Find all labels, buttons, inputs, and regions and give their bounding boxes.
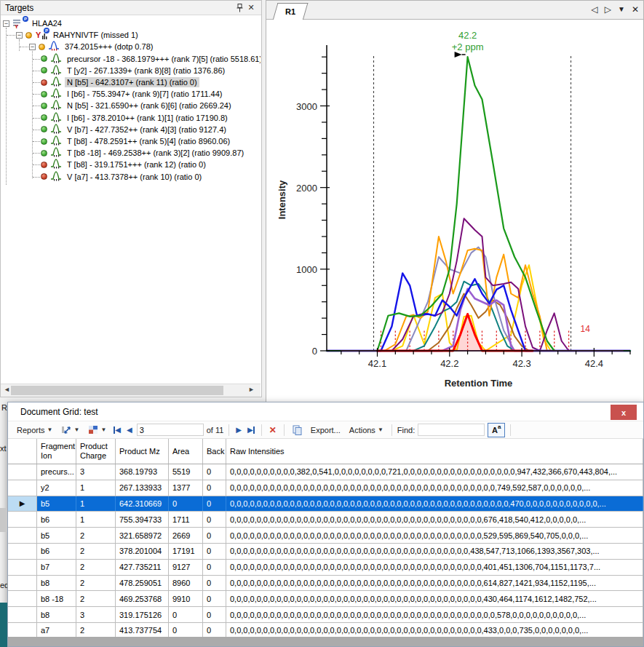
grid-cell-raw[interactable]: 0,0,0,0,0,0,0,0,0,0,0,0,0,0,0,0,0,0,0,0,… (226, 576, 643, 591)
grid-cell-area[interactable]: 9910 (169, 591, 203, 606)
grid-cell-area[interactable]: 0 (169, 496, 203, 512)
grid-column-header[interactable]: Raw Intensities (226, 439, 643, 464)
grid-data-row[interactable]: b61755.394733171100,0,0,0,0,0,0,0,0,0,0,… (8, 512, 643, 528)
scroll-right-arrow-icon[interactable]: ► (248, 386, 255, 393)
grid-cell-area[interactable]: 17191 (169, 544, 203, 559)
targets-tree-item[interactable]: I [b6] - 755.3947+ (rank 9)[7] (ratio 17… (1, 88, 261, 100)
grid-cell-frag[interactable]: b6 (37, 512, 76, 527)
grid-cell-back[interactable]: 0 (203, 591, 226, 606)
grid-cell-raw[interactable]: 0,0,0,0,0,0,0,0,0,0,0,0,0,0,0,0,0,0,0,0,… (226, 544, 643, 559)
grid-cell-charge[interactable]: 2 (76, 528, 116, 543)
grid-cell-area[interactable]: 2669 (169, 528, 203, 543)
grid-data-row[interactable]: b82478.259051896000,0,0,0,0,0,0,0,0,0,0,… (8, 576, 643, 592)
targets-tree-item[interactable]: precursor -18 - 368.1979+++ (rank 7)[5] … (1, 53, 261, 65)
grid-cell-mz[interactable]: 427.735211 (116, 560, 169, 575)
grid-cell-charge[interactable]: 3 (76, 607, 116, 622)
targets-tree-item[interactable]: T [b8] - 478.2591++ (rank 5)[4] (ratio 8… (1, 135, 261, 147)
grid-cell-raw[interactable]: 0,0,0,0,0,0,0,0,0,0,0,0,0,0,0,0,0,0,0,0,… (226, 623, 643, 638)
grid-cell-mz[interactable]: 469.253768 (116, 591, 169, 606)
grid-cell-frag[interactable]: b8 (37, 576, 76, 591)
grid-cell-charge[interactable]: 2 (76, 560, 116, 575)
grid-cell-raw[interactable]: 0,0,0,0,0,0,0,0,0,0,0,0,0,0,0,0,0,0,0,0,… (226, 496, 643, 512)
row-header-cell[interactable] (8, 512, 37, 527)
grid-cell-area[interactable]: 0 (169, 623, 203, 638)
tree-expand-toggle[interactable]: − (3, 20, 9, 27)
grid-cell-frag[interactable]: b5 (37, 496, 76, 512)
grid-cell-charge[interactable]: 1 (76, 496, 116, 512)
grid-cell-frag[interactable]: y2 (37, 480, 76, 496)
grid-cell-frag[interactable]: b5 (37, 528, 76, 543)
grid-cell-back[interactable]: 0 (203, 464, 226, 480)
grid-column-header[interactable]: Fragment Ion (37, 439, 76, 464)
page-number-input[interactable] (137, 424, 204, 436)
pin-icon[interactable] (234, 3, 245, 13)
grid-cell-raw[interactable]: 0,0,0,0,0,0,0,0,0,0,0,0,0,0,0,0,0,0,0,0,… (226, 591, 643, 606)
scroll-left-arrow-icon[interactable]: ◄ (4, 386, 10, 393)
grid-cell-raw[interactable]: 0,0,0,0,0,0,0,0,0,0,382,0,541,0,0,0,0,0,… (226, 464, 643, 480)
grid-cell-area[interactable]: 0 (169, 607, 203, 622)
grid-cell-area[interactable]: 8960 (169, 576, 203, 591)
grid-data-row[interactable]: y21267.133933137700,0,0,0,0,0,0,0,0,0,0,… (8, 480, 643, 496)
grid-cell-mz[interactable]: 478.259051 (116, 576, 169, 591)
grid-column-header[interactable]: Area (169, 439, 203, 464)
grid-cell-charge[interactable]: 2 (76, 623, 116, 638)
report-layout-button[interactable]: ▼ (85, 424, 109, 436)
grid-cell-back[interactable]: 0 (203, 528, 226, 543)
targets-tree-item[interactable]: V [a7] - 413.7378++ (rank 10) (ratio 0) (1, 171, 261, 183)
grid-cell-area[interactable]: 1377 (169, 480, 203, 496)
row-header-cell[interactable] (8, 560, 37, 575)
grid-cell-mz[interactable]: 321.658972 (116, 528, 169, 543)
find-input[interactable] (418, 424, 485, 436)
grid-cell-back[interactable]: 0 (203, 607, 226, 622)
row-header-cell[interactable] (8, 576, 37, 591)
grid-data-row[interactable]: precurs...3368.19793551900,0,0,0,0,0,0,0… (8, 464, 643, 480)
grid-cell-mz[interactable]: 368.19793 (116, 464, 169, 480)
grid-data-row[interactable]: b52321.658972266900,0,0,0,0,0,0,0,0,0,0,… (8, 528, 643, 544)
grid-cell-mz[interactable]: 642.310669 (116, 496, 169, 512)
grid-cell-charge[interactable]: 1 (76, 512, 116, 527)
grid-cell-raw[interactable]: 0,0,0,0,0,0,0,0,0,0,0,0,0,0,0,0,0,0,0,0,… (226, 607, 643, 622)
grid-cell-back[interactable]: 0 (203, 576, 226, 591)
targets-tree-item[interactable]: −YPRAHYNIVTF (missed 1) (1, 29, 261, 41)
export-button[interactable]: Export... (308, 424, 343, 436)
grid-cell-frag[interactable]: b6 (37, 544, 76, 559)
grid-data-row[interactable]: b62378.2010041719100,0,0,0,0,0,0,0,0,0,0… (8, 544, 643, 560)
targets-tree-item[interactable]: T [y2] - 267.1339+ (rank 8)[8] (ratio 13… (1, 65, 261, 76)
delete-row-icon[interactable]: ✕ (267, 425, 279, 435)
grid-cell-mz[interactable]: 413.737754 (116, 623, 169, 638)
grid-cell-raw[interactable]: 0,0,0,0,0,0,0,0,0,0,0,0,0,0,0,0,0,0,0,0,… (226, 512, 643, 527)
row-header-cell[interactable] (8, 528, 37, 543)
targets-tree-item[interactable]: −YPHLAA24 (1, 17, 261, 29)
grid-data-row[interactable]: a72413.737754000,0,0,0,0,0,0,0,0,0,0,0,0… (8, 623, 643, 638)
chromatogram-chart[interactable]: 010002000300042.142.242.342.4Retention T… (266, 20, 643, 402)
grid-cell-back[interactable]: 0 (203, 512, 226, 527)
document-grid-title-bar[interactable]: Document Grid: test x (8, 402, 643, 421)
row-header-cell[interactable] (8, 623, 37, 638)
chart-menu-icon[interactable]: ▼ (618, 4, 625, 15)
grid-cell-area[interactable]: 9127 (169, 560, 203, 575)
grid-cell-back[interactable]: 0 (203, 623, 226, 638)
targets-close-icon[interactable]: ✕ (245, 3, 257, 13)
targets-tree-item[interactable]: N [b5] - 642.3107+ (rank 11) (ratio 0) (1, 76, 261, 88)
grid-cell-area[interactable]: 1711 (169, 512, 203, 527)
row-header-cell[interactable] (8, 544, 37, 559)
grid-cell-area[interactable]: 5519 (169, 464, 203, 480)
document-grid-close-button[interactable]: x (611, 405, 637, 420)
grid-cell-frag[interactable]: b8 (37, 607, 76, 622)
grid-cell-mz[interactable]: 378.201004 (116, 544, 169, 559)
grid-cell-frag[interactable]: precurs... (37, 464, 76, 480)
grid-cell-back[interactable]: 0 (203, 480, 226, 496)
grid-cell-raw[interactable]: 0,0,0,0,0,0,0,0,0,0,0,0,0,0,0,0,0,0,0,0,… (226, 528, 643, 543)
grid-cell-back[interactable]: 0 (203, 496, 226, 512)
prev-chart-icon[interactable]: ◁ (592, 4, 598, 15)
grid-cell-back[interactable]: 0 (203, 544, 226, 559)
tab-r1[interactable]: R1 (275, 3, 306, 20)
next-page-icon[interactable]: ▶ (234, 425, 243, 434)
tree-expand-toggle[interactable]: − (16, 32, 23, 39)
grid-cell-charge[interactable]: 1 (76, 480, 116, 496)
pivot-button[interactable]: ▼ (58, 424, 82, 436)
targets-horizontal-scrollbar[interactable]: ◄ ► (1, 384, 261, 397)
match-case-icon[interactable]: Aa (488, 423, 505, 437)
row-header-cell[interactable]: ▶ (8, 496, 37, 512)
chart-close-icon[interactable]: ✕ (632, 4, 639, 15)
